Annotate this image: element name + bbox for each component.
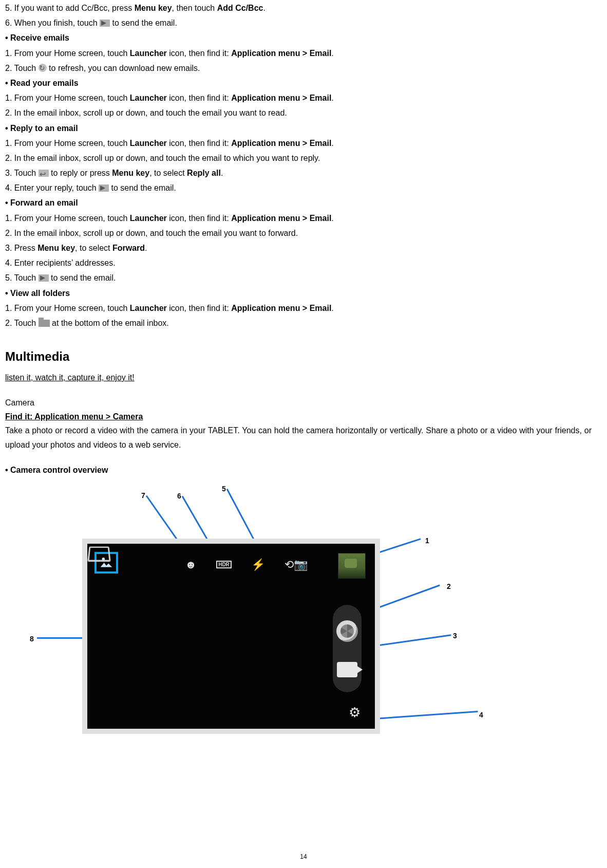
camera-screenshot: ☻ HDR ⚡ ⟲📷 ⚙ xyxy=(82,539,380,734)
callout-7: 7 xyxy=(141,490,145,502)
forward-step-3: 3. Press Menu key, to select Forward. xyxy=(5,241,592,255)
heading-camera-overview: • Camera control overview xyxy=(5,463,592,477)
forward-step-4: 4. Enter recipients’ addresses. xyxy=(5,256,592,270)
reply-step-2: 2. In the email inbox, scroll up or down… xyxy=(5,151,592,165)
reply-step-3: 3. Touch to reply or press Menu key, to … xyxy=(5,166,592,180)
read-step-2: 2. In the email inbox, scroll up or down… xyxy=(5,106,592,120)
folder-icon xyxy=(39,320,50,327)
callout-3: 3 xyxy=(453,630,457,642)
callout-8: 8 xyxy=(30,633,34,645)
reply-step-1: 1. From your Home screen, touch Launcher… xyxy=(5,136,592,150)
page-number: 14 xyxy=(300,852,307,862)
callout-2: 2 xyxy=(447,581,451,593)
flash-icon[interactable]: ⚡ xyxy=(251,555,265,574)
folders-step-1: 1. From your Home screen, touch Launcher… xyxy=(5,301,592,315)
send-icon xyxy=(100,20,110,27)
forward-step-5: 5. Touch to send the email. xyxy=(5,271,592,285)
heading-folders: • View all folders xyxy=(5,286,592,300)
camera-diagram: 7 6 5 1 2 3 4 8 xyxy=(0,482,565,770)
callout-4: 4 xyxy=(479,709,483,722)
callout-6: 6 xyxy=(177,490,181,503)
send-icon xyxy=(39,274,49,282)
callout-1: 1 xyxy=(425,535,429,547)
shutter-pod xyxy=(333,605,362,692)
panorama-mode-icon[interactable] xyxy=(87,546,111,564)
send-icon xyxy=(99,184,109,192)
forward-step-1: 1. From your Home screen, touch Launcher… xyxy=(5,211,592,225)
reply-step-4: 4. Enter your reply, touch to send the e… xyxy=(5,181,592,195)
folders-step-2: 2. Touch at the bottom of the email inbo… xyxy=(5,316,592,330)
gallery-thumbnail[interactable] xyxy=(338,553,366,579)
reply-icon xyxy=(39,170,49,177)
shutter-button[interactable] xyxy=(336,620,358,642)
step-5: 5. If you want to add Cc/Bcc, press Menu… xyxy=(5,1,592,15)
face-effect-icon[interactable]: ☻ xyxy=(185,555,197,574)
multimedia-tagline: listen it, watch it, capture it, enjoy i… xyxy=(5,371,592,384)
settings-icon[interactable]: ⚙ xyxy=(349,701,361,724)
heading-read: • Read your emails xyxy=(5,76,592,90)
callout-5: 5 xyxy=(222,483,226,495)
lead-4 xyxy=(368,711,478,720)
camera-desc: Take a photo or record a video with the … xyxy=(5,423,592,451)
hdr-icon[interactable]: HDR xyxy=(216,561,232,568)
heading-forward: • Forward an email xyxy=(5,196,592,210)
switch-camera-icon[interactable]: ⟲📷 xyxy=(284,555,308,574)
receive-step-1: 1. From your Home screen, touch Launcher… xyxy=(5,46,592,60)
forward-step-2: 2. In the email inbox, scroll up or down… xyxy=(5,226,592,240)
lead-8 xyxy=(37,637,88,639)
heading-reply: • Reply to an email xyxy=(5,121,592,135)
multimedia-title: Multimedia xyxy=(5,346,592,367)
step-6: 6. When you finish, touch to send the em… xyxy=(5,16,592,30)
video-record-button[interactable] xyxy=(337,662,357,677)
read-step-1: 1. From your Home screen, touch Launcher… xyxy=(5,91,592,105)
refresh-icon xyxy=(39,64,47,72)
camera-label: Camera xyxy=(5,396,592,410)
camera-findit: Find it: Application menu > Camera xyxy=(5,410,592,423)
receive-step-2: 2. Touch to refresh, you can download ne… xyxy=(5,61,592,75)
heading-receive: • Receive emails xyxy=(5,31,592,45)
